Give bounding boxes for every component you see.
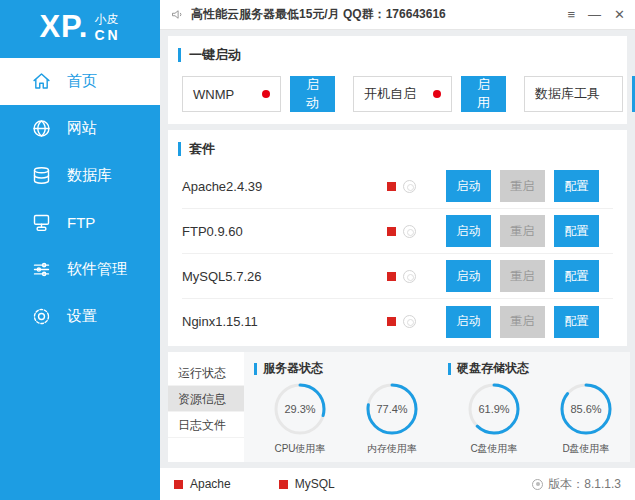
c-drive-usage-label: C盘使用率 <box>470 442 517 456</box>
start-button[interactable]: 启动 <box>446 170 491 202</box>
gauge-panel: 服务器状态 29.3% <box>244 352 630 462</box>
logo-sub-top: 小皮 <box>94 13 120 27</box>
config-button[interactable]: 配置 <box>554 306 599 338</box>
c-drive-usage-value: 61.9% <box>466 381 522 437</box>
config-button[interactable]: 配置 <box>554 260 599 292</box>
version-info: 版本：8.1.1.3 <box>532 476 621 493</box>
monitor-icon <box>30 212 52 234</box>
status-tabs: 运行状态 资源信息 日志文件 <box>168 352 244 462</box>
tab-running-status[interactable]: 运行状态 <box>168 360 244 386</box>
d-drive-gauge: 85.6% D盘使用率 <box>548 381 624 456</box>
suite-row-nginx: Nginx1.15.11 启动 重启 配置 <box>182 299 613 344</box>
status-dot-icon <box>262 90 270 98</box>
red-square-icon <box>279 480 288 489</box>
sidebar-item-label: 软件管理 <box>67 260 127 279</box>
suite-row-apache: Apache2.4.39 启动 重启 配置 <box>182 164 613 209</box>
sidebar-item-website[interactable]: 网站 <box>0 105 160 152</box>
sidebar-item-label: 网站 <box>67 119 97 138</box>
tab-resource-info[interactable]: 资源信息 <box>168 386 244 412</box>
version-text: 版本：8.1.1.3 <box>548 476 621 493</box>
suite-row-mysql: MySQL5.7.26 启动 重启 配置 <box>182 254 613 299</box>
quick-start-group-dbtool: 数据库工具 打开 <box>524 76 635 112</box>
start-button[interactable]: 启动 <box>446 306 491 338</box>
sidebar-menu: 首页 网站 数据库 FTP <box>0 58 160 340</box>
title-accent-bar <box>254 363 257 375</box>
c-drive-gauge: 61.9% C盘使用率 <box>456 381 532 456</box>
d-drive-usage-label: D盘使用率 <box>562 442 609 456</box>
service-name: FTP0.9.60 <box>182 224 387 239</box>
service-name: Apache2.4.39 <box>182 179 387 194</box>
suite-header: 套件 <box>168 130 627 164</box>
wnmp-start-button[interactable]: 启动 <box>290 76 335 112</box>
memory-gauge: 77.4% 内存使用率 <box>354 381 430 456</box>
disk-status-group: 硬盘存储状态 61.9% <box>448 360 624 458</box>
restart-button[interactable]: 重启 <box>500 306 545 338</box>
dbtool-label: 数据库工具 <box>535 85 612 103</box>
tab-log-files[interactable]: 日志文件 <box>168 412 244 438</box>
status-ring-icon <box>403 180 416 193</box>
wnmp-status-box: WNMP <box>182 76 281 112</box>
cpu-usage-value: 29.3% <box>272 381 328 437</box>
memory-usage-label: 内存使用率 <box>367 442 417 456</box>
sidebar-item-label: FTP <box>67 214 95 231</box>
start-button[interactable]: 启动 <box>446 260 491 292</box>
title-accent-bar <box>448 363 451 375</box>
logo-sub-bottom: CN <box>94 27 120 43</box>
suite-card: 套件 Apache2.4.39 启动 重启 配置 <box>168 130 627 346</box>
menu-icon[interactable]: ≡ <box>568 8 576 21</box>
version-icon <box>532 479 543 490</box>
sidebar-item-settings[interactable]: 设置 <box>0 293 160 340</box>
restart-button[interactable]: 重启 <box>500 170 545 202</box>
autostart-enable-button[interactable]: 启用 <box>461 76 506 112</box>
title-accent-bar <box>178 48 181 62</box>
gear-icon <box>30 306 52 328</box>
service-name: Nginx1.15.11 <box>182 314 387 329</box>
sidebar-item-software[interactable]: 软件管理 <box>0 246 160 293</box>
quick-start-group-autostart: 开机自启 启用 <box>353 76 506 112</box>
app-logo: XP. 小皮 CN <box>0 0 160 50</box>
disk-status-title: 硬盘存储状态 <box>457 360 529 377</box>
sidebar-item-label: 数据库 <box>67 166 112 185</box>
home-icon <box>30 71 52 93</box>
quick-start-group-wnmp: WNMP 启动 <box>182 76 335 112</box>
quick-start-title: 一键启动 <box>189 46 241 64</box>
dbtool-box: 数据库工具 <box>524 76 623 112</box>
quick-start-header: 一键启动 <box>168 36 627 70</box>
start-button[interactable]: 启动 <box>446 215 491 247</box>
config-button[interactable]: 配置 <box>554 170 599 202</box>
topbar: 高性能云服务器最低15元/月 QQ群：176643616 ≡ — ✕ <box>160 0 635 30</box>
sidebar: XP. 小皮 CN 首页 网站 <box>0 0 160 500</box>
status-ring-icon <box>403 315 416 328</box>
status-card: 运行状态 资源信息 日志文件 服务器状态 <box>168 352 627 462</box>
config-button[interactable]: 配置 <box>554 215 599 247</box>
service-name: MySQL5.7.26 <box>182 269 387 284</box>
legend-mysql: MySQL <box>279 477 335 491</box>
footer: Apache MySQL 版本：8.1.1.3 <box>160 468 635 500</box>
app-window: XP. 小皮 CN 首页 网站 <box>0 0 635 500</box>
stopped-status-icon <box>387 182 396 191</box>
stopped-status-icon <box>387 227 396 236</box>
stopped-status-icon <box>387 272 396 281</box>
sidebar-item-home[interactable]: 首页 <box>0 58 160 105</box>
status-dot-icon <box>433 90 441 98</box>
sidebar-item-label: 首页 <box>67 72 97 91</box>
status-ring-icon <box>403 225 416 238</box>
quick-start-card: 一键启动 WNMP 启动 开机自启 <box>168 36 627 124</box>
server-status-title: 服务器状态 <box>263 360 323 377</box>
suite-title: 套件 <box>189 140 215 158</box>
restart-button[interactable]: 重启 <box>500 215 545 247</box>
minimize-icon[interactable]: — <box>588 8 601 21</box>
cpu-gauge: 29.3% CPU使用率 <box>262 381 338 456</box>
close-icon[interactable]: ✕ <box>614 8 625 21</box>
sidebar-item-ftp[interactable]: FTP <box>0 199 160 246</box>
wnmp-label: WNMP <box>193 87 256 102</box>
sidebar-item-database[interactable]: 数据库 <box>0 152 160 199</box>
d-drive-usage-value: 85.6% <box>558 381 614 437</box>
server-status-group: 服务器状态 29.3% <box>254 360 430 458</box>
globe-icon <box>30 118 52 140</box>
autostart-status-box: 开机自启 <box>353 76 452 112</box>
sliders-icon <box>30 259 52 281</box>
announcement-text: 高性能云服务器最低15元/月 QQ群：176643616 <box>191 6 446 23</box>
restart-button[interactable]: 重启 <box>500 260 545 292</box>
logo-text: XP. <box>39 9 88 45</box>
